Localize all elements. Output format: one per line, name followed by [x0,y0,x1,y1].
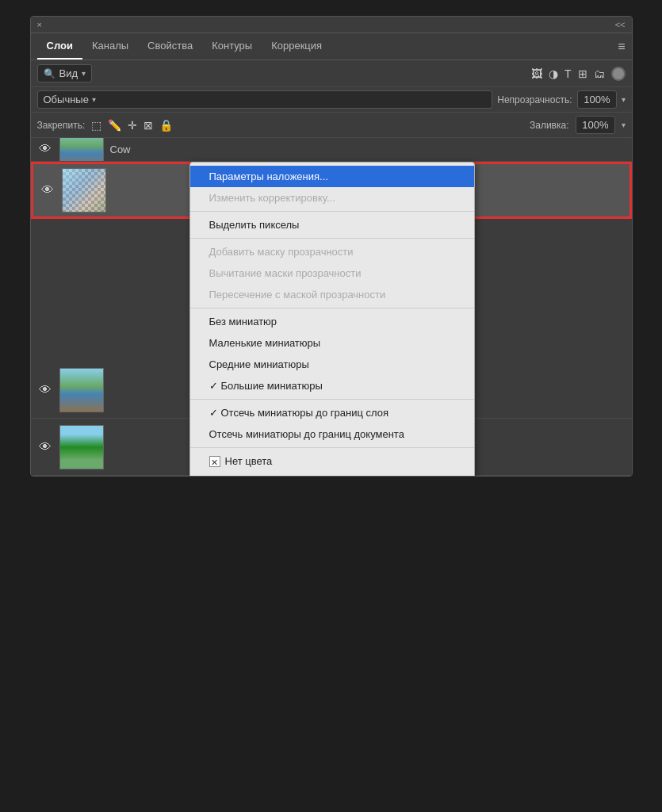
fill-label: Заливка: [530,120,569,131]
blend-mode-select[interactable]: Обычные ▾ [37,90,493,109]
tab-paths[interactable]: Контуры [202,33,262,59]
fill-chevron-icon[interactable]: ▾ [622,121,626,129]
panel-close-button[interactable]: × [37,20,42,29]
text-filter-icon[interactable]: T [564,67,572,80]
blend-chevron-icon: ▾ [92,95,96,104]
menu-item-clip-layer[interactable]: ✓ Отсечь миниатюры до границ слоя [190,402,474,423]
lock-label: Закрепить: [37,120,86,131]
menu-item-no-thumbnails[interactable]: Без миниатюр [190,311,474,332]
menu-item-select-pixels[interactable]: Выделить пикселы [190,214,474,236]
lock-paint-icon[interactable]: ✏️ [108,119,121,132]
shape-filter-icon[interactable]: ⊞ [578,67,587,80]
layer-thumb-trees [59,425,104,469]
lock-icons: ⬚ ✏️ ✛ ⊠ 🔒 [91,119,173,132]
panel-collapse-button[interactable]: << [615,20,626,29]
blend-mode-label: Обычные [44,94,89,105]
menu-separator-4 [190,399,474,400]
menu-separator-2 [190,238,474,239]
menu-item-color-none[interactable]: ✕ Нет цвета [190,450,474,472]
opacity-label: Непрозрачность: [497,94,572,105]
filter-toggle[interactable] [611,67,626,81]
menu-item-medium-thumbnails[interactable]: Средние миниатюры [190,354,474,375]
color-none-swatch: ✕ [209,456,220,467]
filter-toolbar: 🔍 Вид ▾ 🖼 ◑ T ⊞ 🗂 [31,60,632,87]
tab-properties[interactable]: Свойства [138,33,202,59]
menu-item-large-thumbnails[interactable]: ✓ Большие миниатюры [190,375,474,396]
layer-top-name: Cow [110,144,131,155]
search-label: Вид [59,67,78,79]
menu-separator-3 [190,308,474,308]
lock-move-icon[interactable]: ✛ [128,119,137,132]
layer-thumb-river [59,368,104,412]
tabs-menu-icon[interactable]: ≡ [618,40,625,54]
search-icon: 🔍 [44,68,55,79]
menu-separator-5 [190,447,474,448]
menu-item-color-red[interactable]: Красный [190,472,474,477]
opacity-chevron-icon[interactable]: ▾ [622,95,626,104]
layer-row-partial: 👁 Cow [31,138,632,162]
menu-item-clip-document[interactable]: Отсечь миниатюры до границ документа [190,423,474,445]
search-dropdown[interactable]: 🔍 Вид ▾ [37,64,93,82]
eye-icon-layer-river[interactable]: 👁 [37,383,53,397]
search-chevron-icon: ▾ [82,69,86,78]
fill-input[interactable]: 100% [576,116,615,134]
eye-icon-layer-trees[interactable]: 👁 [37,440,53,454]
tab-channels[interactable]: Каналы [82,33,138,59]
lock-all-icon[interactable]: 🔒 [159,119,173,132]
lock-artboard-icon[interactable]: ⊠ [143,119,153,132]
menu-item-intersect-mask: Пересечение с маской прозрачности [190,284,474,305]
tab-layers[interactable]: Слои [37,33,82,59]
smart-filter-icon[interactable]: 🗂 [594,67,605,80]
tab-correction[interactable]: Коррекция [262,33,331,59]
menu-item-edit-adjustment: Изменить корректировку... [190,187,474,209]
layer-thumb-eiffel [62,168,106,213]
layers-panel: × << Слои Каналы Свойства Контуры Коррек… [30,16,633,477]
panel-topbar: × << [31,17,632,33]
eye-icon-layer-top[interactable]: 👁 [37,142,53,156]
image-filter-icon[interactable]: 🖼 [531,67,542,80]
menu-item-small-thumbnails[interactable]: Маленькие миниатюры [190,332,474,354]
eye-icon-layer-selected[interactable]: 👁 [40,183,55,197]
adjustment-filter-icon[interactable]: ◑ [549,67,558,80]
layers-area: 👁 Cow 👁 Параметры наложения... Изменить … [31,138,632,476]
menu-item-subtract-mask: Вычитание маски прозрачности [190,262,474,284]
context-menu: Параметры наложения... Изменить корректи… [189,162,475,477]
lock-transparent-icon[interactable]: ⬚ [91,119,101,132]
menu-item-add-mask: Добавить маску прозрачности [190,241,474,262]
blend-row: Обычные ▾ Непрозрачность: 100% ▾ [31,87,632,113]
lock-row: Закрепить: ⬚ ✏️ ✛ ⊠ 🔒 Заливка: 100% ▾ [31,113,632,138]
menu-item-blend-options[interactable]: Параметры наложения... [190,166,474,187]
color-none-label: Нет цвета [225,455,273,467]
menu-separator-1 [190,211,474,212]
opacity-input[interactable]: 100% [577,90,617,109]
toolbar-icons: 🖼 ◑ T ⊞ 🗂 [531,67,626,81]
tabs-row: Слои Каналы Свойства Контуры Коррекция ≡ [31,33,632,60]
